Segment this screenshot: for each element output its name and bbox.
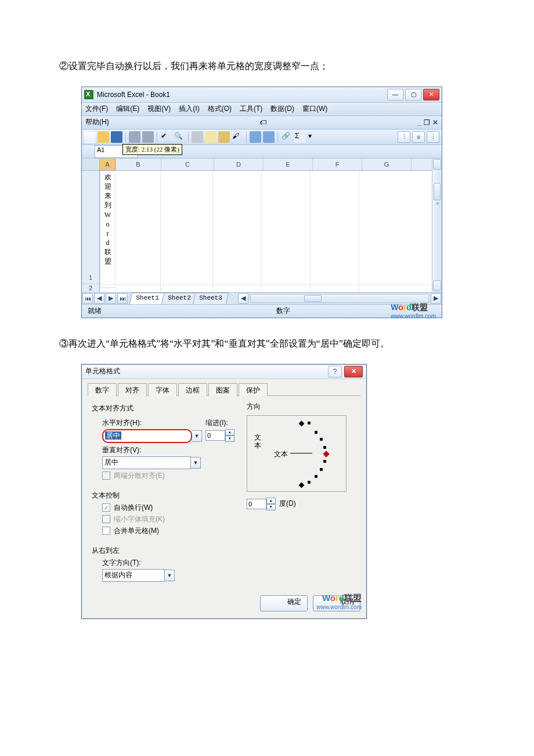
menu-edit[interactable]: 编辑(E) [116, 104, 139, 114]
menu-data[interactable]: 数据(D) [270, 104, 294, 114]
new-icon[interactable] [84, 131, 96, 143]
degrees-up-icon[interactable]: ▴ [266, 498, 276, 504]
copy-icon[interactable] [205, 131, 217, 143]
hscroll-right-icon[interactable]: ▶ [431, 293, 441, 304]
select-all-corner[interactable] [82, 159, 99, 171]
tab-font[interactable]: 字体 [148, 383, 177, 396]
tab-number[interactable]: 数字 [88, 383, 117, 396]
toolbar-options-icon[interactable]: ⋮ [398, 131, 410, 143]
vertical-align-select[interactable]: 居中 [102, 456, 191, 469]
col-header-b[interactable]: B [116, 159, 161, 170]
sheet-tab-3[interactable]: Sheet3 [193, 293, 229, 304]
menu-help[interactable]: 帮助(H) [85, 117, 109, 127]
redo-icon[interactable] [263, 131, 275, 143]
merge-cells-checkbox[interactable]: 合并单元格(M) [102, 526, 234, 536]
tab-patterns[interactable]: 图案 [208, 383, 237, 396]
col-header-g[interactable]: G [362, 159, 412, 170]
column-headers: A B C D E F G [100, 159, 432, 171]
horizontal-align-select[interactable]: 居中 [102, 429, 192, 443]
research-icon[interactable]: 🏷 [259, 118, 266, 127]
autosum-icon[interactable]: Σ [294, 131, 306, 143]
paragraph-2: ③再次进入“单元格格式”将“水平对其”和“垂直对其”全部设置为“居中”确定即可。 [41, 336, 493, 352]
group-right-to-left: 从右到左 文字方向(T): 根据内容 ▼ [91, 544, 235, 582]
cell-grid[interactable]: 欢 迎 来 到 W o r d 联 盟 [100, 171, 432, 292]
tab-first-icon[interactable]: ⏮ [82, 293, 93, 304]
orientation-control[interactable]: 文本 文本 [247, 415, 347, 492]
undo-icon[interactable] [250, 131, 261, 143]
wrap-text-checkbox[interactable]: 自动换行(W) [102, 503, 234, 513]
save-icon[interactable] [111, 131, 122, 143]
orientation-vertical-text[interactable]: 文本 [252, 433, 264, 450]
sheet-tab-2[interactable]: Sheet2 [161, 293, 197, 304]
toolbar-options2-icon[interactable]: ⋮ [427, 131, 439, 143]
text-direction-dropdown-icon[interactable]: ▼ [165, 570, 175, 581]
minimize-button[interactable]: — [387, 89, 403, 100]
cut-icon[interactable] [192, 131, 203, 143]
group-text-alignment: 文本对齐方式 水平对齐(H): 居中 ▼ 缩进(I): [91, 402, 235, 483]
maximize-button[interactable]: ▢ [405, 89, 421, 100]
help-button[interactable]: ? [328, 366, 342, 377]
vertical-align-dropdown-icon[interactable]: ▼ [191, 457, 201, 469]
menu-view[interactable]: 视图(V) [147, 104, 171, 114]
menu-file[interactable]: 文件(F) [85, 104, 108, 114]
scroll-down-icon[interactable] [433, 280, 441, 291]
paste-icon[interactable] [218, 131, 230, 143]
scroll-up-icon[interactable] [433, 159, 441, 170]
tab-border[interactable]: 边框 [178, 383, 207, 396]
align-center-icon[interactable]: ≡ [412, 131, 425, 143]
menu-format[interactable]: 格式(O) [208, 104, 232, 114]
menu-insert[interactable]: 插入(I) [179, 104, 199, 114]
degrees-down-icon[interactable]: ▾ [266, 504, 276, 510]
titlebar[interactable]: Microsoft Excel - Book1 — ▢ ✕ [82, 87, 442, 103]
print-icon[interactable] [129, 131, 140, 143]
standard-toolbar: ✔ 🔍 🖌 🔗 Σ ▾ ⋮ ≡ ⋮ [82, 129, 442, 145]
col-header-c[interactable]: C [161, 159, 214, 170]
dialog-close-button[interactable]: ✕ [344, 366, 363, 377]
text-direction-select[interactable]: 根据内容 [102, 569, 165, 582]
shrink-to-fit-checkbox: 缩小字体填充(K) [102, 514, 234, 524]
row-header-1[interactable]: 1 [82, 171, 99, 284]
col-header-a[interactable]: A [100, 159, 116, 170]
autosum-dropdown-icon[interactable]: ▾ [308, 131, 319, 143]
scroll-thumb[interactable] [434, 183, 441, 200]
excel-icon [84, 90, 93, 99]
close-button[interactable]: ✕ [423, 89, 439, 100]
horizontal-align-dropdown-icon[interactable]: ▼ [192, 430, 202, 442]
cell-a1[interactable]: 欢 迎 来 到 W o r d 联 盟 [100, 171, 116, 288]
menu-window[interactable]: 窗口(W) [302, 104, 327, 114]
col-header-f[interactable]: F [313, 159, 362, 170]
label-indent: 缩进(I): [205, 418, 234, 428]
spelling-icon[interactable]: ✔ [160, 131, 172, 143]
mdi-minimize[interactable]: _ [417, 118, 421, 127]
degrees-input[interactable] [247, 499, 266, 509]
menu-tools[interactable]: 工具(T) [240, 104, 262, 114]
mdi-restore[interactable]: ❐ [424, 118, 430, 127]
tab-protection[interactable]: 保护 [239, 383, 268, 396]
status-numlock: 数字 [276, 306, 290, 316]
label-degrees: 度(D) [279, 499, 296, 509]
indent-down-icon[interactable]: ▾ [225, 435, 234, 442]
vertical-scrollbar[interactable] [432, 159, 442, 292]
indent-input[interactable] [205, 430, 225, 441]
col-header-d[interactable]: D [214, 159, 264, 170]
mdi-close[interactable]: ✕ [432, 118, 438, 127]
hscroll-left-icon[interactable]: ◀ [238, 293, 248, 304]
open-icon[interactable] [98, 131, 109, 143]
col-header-e[interactable]: E [264, 159, 313, 170]
tab-last-icon[interactable]: ⏭ [117, 293, 128, 304]
dialog-titlebar[interactable]: 单元格格式 ? ✕ [82, 365, 366, 379]
column-width-tooltip: 宽度: 2.13 (22 像素) [122, 144, 182, 155]
hyperlink-icon[interactable]: 🔗 [281, 131, 293, 143]
indent-up-icon[interactable]: ▴ [225, 429, 234, 435]
ok-button[interactable]: 确定 [260, 595, 308, 611]
print-preview-icon[interactable] [142, 131, 154, 143]
research-icon2[interactable]: 🔍 [174, 131, 185, 143]
hscroll-thumb[interactable] [304, 295, 322, 302]
tab-next-icon[interactable]: ▶ [106, 293, 116, 304]
row-header-2[interactable]: 2 [82, 284, 99, 292]
tab-alignment[interactable]: 对齐 [118, 383, 147, 396]
format-painter-icon[interactable]: 🖌 [232, 131, 243, 143]
sheet-tab-1[interactable]: Sheet1 [129, 293, 165, 304]
tab-prev-icon[interactable]: ◀ [94, 293, 104, 304]
group-text-alignment-label: 文本对齐方式 [92, 404, 234, 413]
